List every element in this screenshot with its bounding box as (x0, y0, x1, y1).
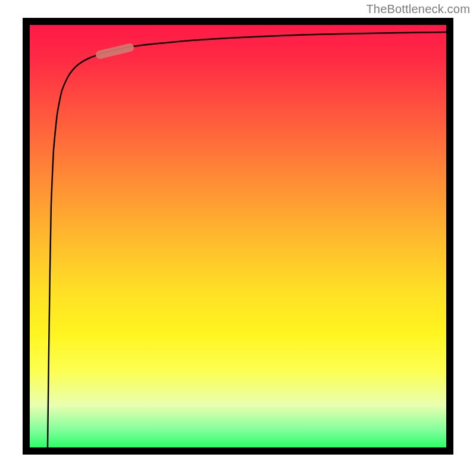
chart-frame (23, 18, 453, 455)
watermark-text: TheBottleneck.com (366, 2, 470, 16)
chart-container: TheBottleneck.com (0, 0, 476, 476)
curve-layer (30, 25, 446, 447)
main-curve (48, 32, 446, 447)
highlight-segment (100, 48, 130, 55)
plot-area (30, 25, 446, 447)
